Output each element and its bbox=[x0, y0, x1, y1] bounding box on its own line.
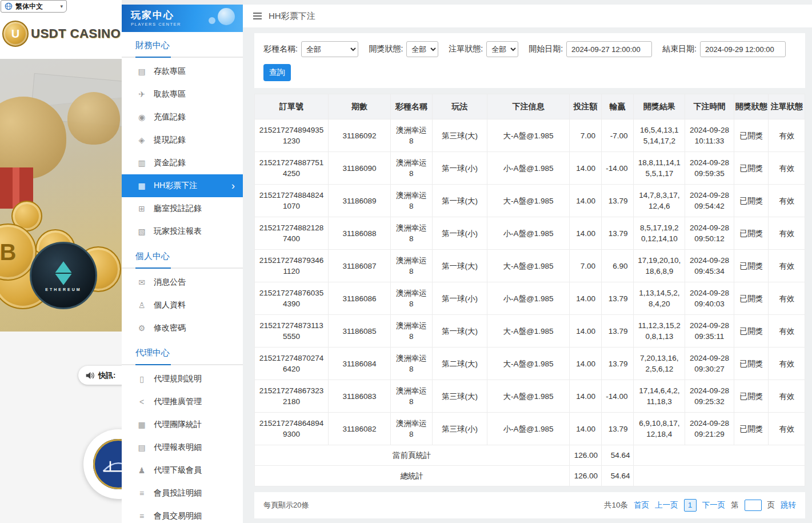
cell-draw-result: 17,19,20,10,18,6,8,9 bbox=[634, 250, 685, 282]
finance-items: ▤ 存款專區 › ✈ 取款專區 › ◉ 充值記錄 › ◈ bbox=[122, 60, 243, 243]
cell-bet-info: 小-A盤@1.985 bbox=[487, 413, 569, 445]
lottery-name-select[interactable]: 全部 bbox=[301, 41, 359, 57]
cell-bet-amount: 14.00 bbox=[569, 152, 601, 185]
sidebar-item[interactable]: ⚙ 修改密碼 › bbox=[122, 317, 243, 340]
sidebar-item[interactable]: ▧ 玩家投注報表 › bbox=[122, 220, 243, 243]
sidebar-item[interactable]: ✉ 消息公告 › bbox=[122, 271, 243, 294]
sidebar-item[interactable]: ≡ 會員交易明細 › bbox=[122, 505, 243, 523]
sidebar-item[interactable]: ✈ 取款專區 › bbox=[122, 83, 243, 106]
cell-draw-status: 已開獎 bbox=[734, 250, 769, 282]
sidebar-item[interactable]: ▯ 代理規則說明 › bbox=[122, 368, 243, 390]
cell-period: 31186085 bbox=[329, 315, 391, 348]
cell-lottery-name: 澳洲幸运8 bbox=[390, 217, 432, 250]
draw-status-label: 開獎狀態: bbox=[369, 44, 403, 54]
cell-bet-amount: 14.00 bbox=[569, 185, 601, 217]
cell-order-number: 2152172748949351230 bbox=[255, 119, 329, 152]
cell-bet-time: 2024-09-28 09:45:34 bbox=[685, 250, 734, 282]
cell-order-number: 2152172748702746420 bbox=[255, 348, 329, 380]
sidebar-item-icon: ◈ bbox=[137, 135, 147, 145]
cell-lottery-name: 澳洲幸运8 bbox=[390, 315, 432, 348]
sidebar-item-icon: ▤ bbox=[137, 443, 147, 452]
table-row: 2152172748821287400 31186088 澳洲幸运8 第一球(小… bbox=[255, 217, 805, 250]
bet-table-body: 2152172748949351230 31186092 澳洲幸运8 第三球(大… bbox=[255, 119, 805, 445]
cell-lottery-name: 澳洲幸运8 bbox=[390, 119, 432, 152]
end-date-label: 結束日期: bbox=[662, 44, 697, 54]
user-avatar[interactable] bbox=[83, 429, 122, 499]
cell-draw-result: 18,8,11,14,15,5,1,17 bbox=[634, 152, 685, 185]
cell-draw-result: 1,13,14,5,2,8,4,20 bbox=[634, 282, 685, 315]
sidebar-item[interactable]: < 代理推廣管理 › bbox=[122, 390, 243, 413]
cell-order-status: 有效 bbox=[769, 152, 805, 185]
cell-lottery-name: 澳洲幸运8 bbox=[390, 348, 432, 380]
cell-draw-status: 已開獎 bbox=[734, 315, 769, 348]
chevron-down-icon: ▾ bbox=[60, 3, 63, 9]
sidebar-item-label: 個人資料 bbox=[154, 300, 186, 310]
sidebar-item[interactable]: ▤ 存款專區 › bbox=[122, 60, 243, 83]
sidebar-item[interactable]: ▦ HH彩票下注 › bbox=[122, 174, 243, 197]
sidebar-item-icon: ≡ bbox=[137, 489, 147, 498]
cell-play-type: 第一球(大) bbox=[432, 185, 487, 217]
sidebar-item[interactable]: ◈ 提現記錄 › bbox=[122, 129, 243, 151]
sidebar-item-icon: ⚙ bbox=[137, 324, 147, 333]
quick-news-button[interactable]: 快訊: bbox=[78, 366, 122, 385]
sidebar-item[interactable]: ⊞ 廳室投註記錄 › bbox=[122, 197, 243, 220]
next-page-link[interactable]: 下一页 bbox=[702, 500, 726, 510]
avatar-team-logo bbox=[93, 439, 122, 489]
order-status-select[interactable]: 全部 bbox=[486, 41, 518, 57]
cell-bet-time: 2024-09-28 09:54:42 bbox=[685, 185, 734, 217]
sidebar-item[interactable]: ▦ 代理團隊統計 › bbox=[122, 413, 243, 436]
cell-play-type: 第三球(大) bbox=[432, 380, 487, 413]
cell-bet-amount: 14.00 bbox=[569, 380, 601, 413]
first-page-link[interactable]: 首页 bbox=[634, 500, 649, 510]
language-selector[interactable]: 繁体中文 ▾ bbox=[1, 0, 67, 13]
cell-draw-status: 已開獎 bbox=[734, 185, 769, 217]
sidebar-item-icon: ▯ bbox=[137, 374, 147, 384]
cell-win-loss: 13.79 bbox=[602, 315, 634, 348]
sidebar-item-icon: ✈ bbox=[137, 90, 147, 99]
cell-period: 31186082 bbox=[329, 413, 391, 445]
sidebar-item-label: 會員交易明細 bbox=[154, 511, 202, 521]
cell-win-loss: 13.79 bbox=[602, 413, 634, 445]
cell-lottery-name: 澳洲幸运8 bbox=[390, 250, 432, 282]
end-date-input[interactable] bbox=[700, 41, 786, 57]
cell-bet-amount: 7.00 bbox=[569, 250, 601, 282]
quick-news-label: 快訊: bbox=[98, 370, 115, 381]
prev-page-link[interactable]: 上一页 bbox=[655, 500, 678, 510]
draw-status-select[interactable]: 全部 bbox=[406, 41, 438, 57]
cell-draw-status: 已開獎 bbox=[734, 119, 769, 152]
cell-order-status: 有效 bbox=[769, 380, 805, 413]
sidebar-item[interactable]: ♟ 代理下級會員 › bbox=[122, 459, 243, 482]
bridge-icon bbox=[102, 454, 122, 474]
cell-play-type: 第三球(大) bbox=[432, 119, 487, 152]
sidebar-item-icon: ≡ bbox=[137, 512, 147, 521]
chevron-right-icon: › bbox=[231, 180, 235, 192]
column-header: 玩法 bbox=[432, 94, 487, 119]
sidebar-item[interactable]: ▥ 資金記錄 › bbox=[122, 151, 243, 174]
grand-total-row: 總統計 126.00 54.64 bbox=[255, 466, 805, 486]
search-button[interactable]: 查詢 bbox=[263, 64, 291, 81]
cell-draw-status: 已開獎 bbox=[734, 152, 769, 185]
cell-order-status: 有效 bbox=[769, 315, 805, 348]
hero-image: B ETHEREUM bbox=[0, 59, 122, 332]
cell-period: 31186086 bbox=[329, 282, 391, 315]
cell-order-number: 2152172748731135550 bbox=[255, 315, 329, 348]
site-logo[interactable]: U USDT CASINO bbox=[2, 21, 121, 47]
menu-toggle-icon[interactable] bbox=[253, 13, 262, 19]
sidebar-item-icon: ▤ bbox=[137, 67, 147, 76]
sidebar-item[interactable]: ≡ 會員投註明細 › bbox=[122, 482, 243, 505]
player-center-sidebar: 玩家中心 PLAYERS CENTER 財務中心 ▤ 存款專區 › ✈ 取款專區… bbox=[122, 5, 243, 523]
start-date-input[interactable] bbox=[566, 41, 652, 57]
cell-bet-time: 2024-09-28 09:40:03 bbox=[685, 282, 734, 315]
sidebar-item[interactable]: ▤ 代理報表明細 › bbox=[122, 436, 243, 459]
sidebar-header: 玩家中心 PLAYERS CENTER bbox=[122, 5, 243, 32]
sidebar-item-label: 代理推廣管理 bbox=[154, 397, 202, 407]
cell-draw-result: 14,7,8,3,17,12,4,6 bbox=[634, 185, 685, 217]
page-jump-input[interactable] bbox=[745, 500, 762, 511]
jump-button[interactable]: 跳转 bbox=[781, 500, 796, 510]
sidebar-item[interactable]: ♙ 個人資料 › bbox=[122, 294, 243, 317]
cell-lottery-name: 澳洲幸运8 bbox=[390, 413, 432, 445]
cell-bet-amount: 14.00 bbox=[569, 217, 601, 250]
cell-draw-result: 16,5,4,13,15,14,17,2 bbox=[634, 119, 685, 152]
ethereum-label: ETHEREUM bbox=[45, 288, 81, 292]
sidebar-item[interactable]: ◉ 充值記錄 › bbox=[122, 106, 243, 129]
